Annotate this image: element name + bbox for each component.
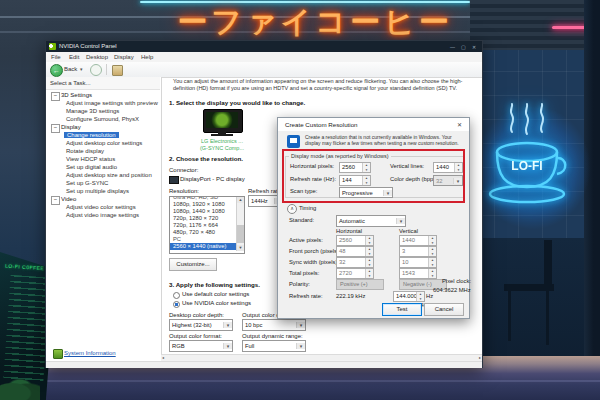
output-format-select[interactable]: RGB [169,340,233,352]
back-dropdown-icon[interactable] [80,66,83,72]
sidebar-item-digital-audio[interactable]: Set up digital audio [66,164,117,170]
sidebar-item-adjust-image[interactable]: Adjust image settings with preview [66,100,158,106]
timing-collapse-icon[interactable] [287,204,297,214]
pixel-clock-label: Pixel clock: [442,278,471,284]
scroll-right-icon[interactable] [479,355,481,360]
resolution-group-row[interactable]: PC [170,236,236,243]
spinner-arrows-icon[interactable]: ▲▼ [365,269,373,278]
sidebar-section-video[interactable]: Video [61,196,76,202]
standard-select[interactable]: Automatic [336,215,406,227]
dialog-title-bar[interactable]: Create Custom Resolution [278,118,469,131]
list-scrollbar[interactable] [236,197,244,251]
refresh-rate-v-spinner[interactable]: 144.000▲▼ [393,291,425,302]
refresh-hz-spinner[interactable]: 144 ▲▼ [339,175,371,186]
sidebar-section-3d-settings[interactable]: 3D Settings [61,92,92,98]
sidebar-item-video-image[interactable]: Adjust video image settings [66,212,139,218]
spinner-arrows-icon[interactable]: ▲▼ [365,258,373,267]
resolution-row-selected[interactable]: 2560 × 1440 (native) [170,243,236,250]
nvidia-logo-icon [49,43,56,50]
front-porch-h-spinner[interactable]: 48▲▼ [336,246,374,257]
back-icon[interactable] [50,64,63,77]
spinner-arrows-icon[interactable]: ▲▼ [428,258,436,267]
sync-width-h-spinner[interactable]: 32▲▼ [336,257,374,268]
spinner-arrows-icon[interactable]: ▲▼ [416,292,424,301]
sidebar-item-adjust-desktop-color[interactable]: Adjust desktop color settings [66,140,142,146]
spinner-arrows-icon[interactable]: ▲▼ [362,176,370,185]
desktop-depth-select[interactable]: Highest (32-bit) [169,319,233,331]
sidebar-item-gsync[interactable]: Set up G-SYNC [66,180,108,186]
test-button[interactable]: Test [382,303,422,316]
spinner-arrows-icon[interactable]: ▲▼ [454,163,462,172]
title-bar[interactable]: NVIDIA Control Panel — ▢ ✕ [46,41,482,52]
menu-edit[interactable]: Edit [69,54,79,60]
dynamic-range-select[interactable]: Full [242,340,306,352]
scroll-left-icon[interactable] [162,355,164,360]
resolution-listbox[interactable]: Ultra HD, HD, SD 1080p, 1920 × 1080 1080… [169,196,245,254]
spinner-arrows-icon[interactable]: ▲▼ [428,247,436,256]
active-pixels-v-spinner[interactable]: 1440▲▼ [399,235,437,246]
column-vertical: Vertical [399,228,418,234]
vertical-lines-spinner[interactable]: 1440 ▲▼ [433,162,463,173]
system-information-icon [53,349,63,359]
resolution-row[interactable]: 720p, 1280 × 720 [170,215,236,222]
sidebar-section-display[interactable]: Display [61,124,81,130]
scroll-down-icon[interactable] [237,245,244,251]
radio-default-label[interactable]: Use default color settings [182,291,249,297]
chevron-down-icon [383,190,392,196]
expander-icon[interactable] [51,92,60,101]
resolution-row[interactable]: 480p, 720 × 480 [170,229,236,236]
total-pixels-h-spinner[interactable]: 2720▲▼ [336,268,374,279]
spinner-arrows-icon[interactable]: ▲▼ [428,236,436,245]
customize-button[interactable]: Customize... [169,258,217,271]
maximize-button[interactable]: ▢ [461,44,466,50]
spinner-arrows-icon[interactable]: ▲▼ [362,163,370,172]
menu-file[interactable]: File [51,54,61,60]
horizontal-pixels-spinner[interactable]: 2560 ▲▼ [339,162,371,173]
spinner-arrows-icon[interactable]: ▲▼ [365,236,373,245]
total-pixels-v-spinner[interactable]: 1543▲▼ [399,268,437,279]
scan-type-select[interactable]: Progressive [339,187,393,198]
resolution-row[interactable]: 720p, 1176 × 664 [170,222,236,229]
home-icon[interactable] [112,65,123,76]
scroll-up-icon[interactable] [237,197,244,203]
expander-icon[interactable] [51,124,60,133]
spinner-arrows-icon[interactable]: ▲▼ [365,247,373,256]
sidebar-item-rotate-display[interactable]: Rotate display [66,148,104,154]
sidebar-item-manage-3d[interactable]: Manage 3D settings [66,108,119,114]
menu-display[interactable]: Display [114,54,134,60]
sidebar-item-desktop-size[interactable]: Adjust desktop size and position [66,172,152,178]
output-depth-select[interactable]: 10 bpc [242,319,306,331]
refresh-hz-value: 144 [340,176,362,185]
scan-type-label: Scan type: [290,188,317,194]
sidebar-item-video-color[interactable]: Adjust video color settings [66,204,136,210]
steam-icon [511,104,543,134]
front-porch-v-spinner[interactable]: 3▲▼ [399,246,437,257]
sidebar-item-view-hdcp[interactable]: View HDCP status [66,156,115,162]
sidebar-item-change-resolution[interactable]: Change resolution [64,132,119,138]
menu-help[interactable]: Help [141,54,153,60]
system-information-link[interactable]: System Information [64,350,116,356]
active-pixels-h-spinner[interactable]: 2560▲▼ [336,235,374,246]
menu-desktop[interactable]: Desktop [86,54,108,60]
close-button[interactable]: ✕ [472,44,476,50]
resolution-row[interactable]: 1080p, 1440 × 1080 [170,208,236,215]
color-depth-select[interactable]: 32 [433,175,463,186]
color-depth-label: Color depth (bpp): [390,176,437,182]
cancel-button[interactable]: Cancel [424,303,464,316]
dialog-close-icon[interactable] [457,121,462,128]
sidebar-item-configure-surround[interactable]: Configure Surround, PhysX [66,116,139,122]
sync-width-v-spinner[interactable]: 10▲▼ [399,257,437,268]
spinner-arrows-icon[interactable]: ▲▼ [428,269,436,278]
expander-icon[interactable] [51,196,60,205]
scrollbar-thumb[interactable] [237,225,244,243]
radio-nvidia-color[interactable] [173,301,180,308]
radio-nvidia-label[interactable]: Use NVIDIA color settings [182,300,251,306]
minimize-button[interactable]: — [450,44,455,50]
resolution-row[interactable]: 1080p, 1920 × 1080 [170,201,236,208]
sidebar-item-multiple-displays[interactable]: Set up multiple displays [66,188,129,194]
monitor-icon[interactable] [203,109,243,133]
forward-icon[interactable] [90,64,102,76]
timing-header[interactable]: Timing [299,205,316,211]
back-button[interactable]: Back [64,66,77,72]
radio-default-color[interactable] [173,292,180,299]
